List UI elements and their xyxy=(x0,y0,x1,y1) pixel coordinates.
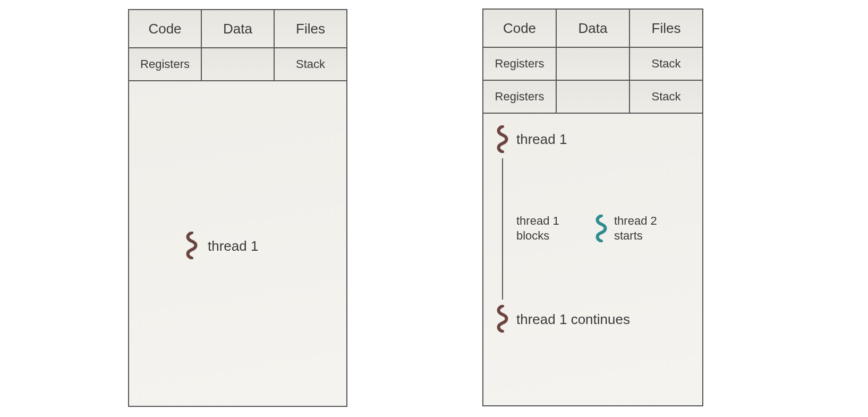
cell-registers: Registers xyxy=(129,48,202,80)
cell-stack: Stack xyxy=(275,48,346,80)
thread-1-blocks-label: thread 1 blocks xyxy=(516,214,559,243)
thread-2-starts-label: thread 2 starts xyxy=(614,214,657,243)
thread2-squiggle-icon xyxy=(594,215,609,242)
cell-stack: Stack xyxy=(630,81,702,113)
cell-code: Code xyxy=(483,10,557,47)
cell-registers: Registers xyxy=(483,48,557,80)
cell-code: Code xyxy=(129,10,202,47)
thread-1-label: thread 1 xyxy=(516,131,567,148)
thread1-state-row: Registers Stack xyxy=(483,48,702,81)
process-single-threaded: Code Data Files Registers Stack thread 1 xyxy=(128,9,347,407)
cell-empty xyxy=(557,81,630,113)
cell-data: Data xyxy=(557,10,630,47)
cell-empty xyxy=(557,48,630,80)
process-multi-threaded: Code Data Files Registers Stack Register… xyxy=(482,8,703,406)
thread-1-label: thread 1 xyxy=(208,238,258,254)
cell-files: Files xyxy=(275,10,346,47)
thread1-blocking-line xyxy=(502,158,503,300)
shared-segment-row: Code Data Files xyxy=(129,10,346,48)
thread2-state-row: Registers Stack xyxy=(483,81,702,114)
cell-stack: Stack xyxy=(630,48,702,80)
thread1-continues-squiggle-icon xyxy=(495,305,510,333)
cell-registers: Registers xyxy=(483,81,557,113)
thread-squiggle-icon xyxy=(184,232,199,259)
thread1-squiggle-icon xyxy=(495,125,510,153)
cell-empty xyxy=(202,48,275,80)
process-body: thread 1 thread 1 blocks thread 2 starts… xyxy=(483,114,702,405)
thread-1-continues-label: thread 1 continues xyxy=(516,311,630,328)
cell-data: Data xyxy=(202,10,275,47)
shared-segment-row: Code Data Files xyxy=(483,10,702,48)
cell-files: Files xyxy=(630,10,702,47)
process-body: thread 1 xyxy=(129,81,346,406)
thread-state-row: Registers Stack xyxy=(129,48,346,81)
